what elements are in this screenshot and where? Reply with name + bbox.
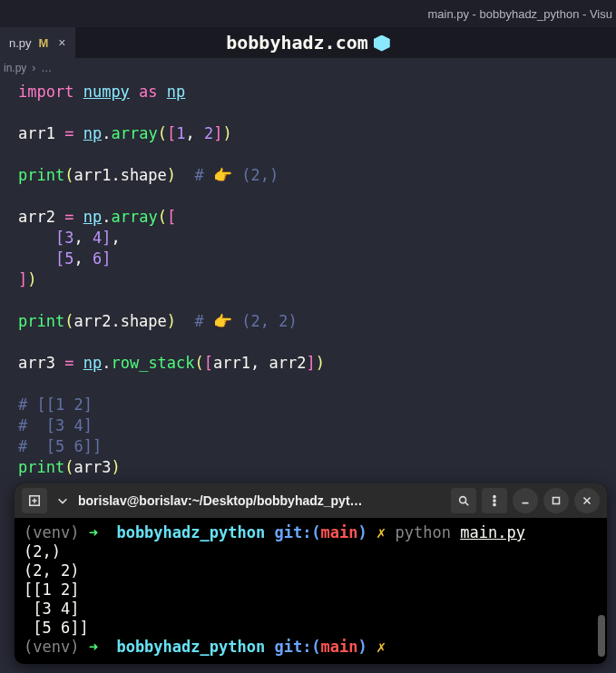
cube-icon: [374, 35, 390, 52]
tab-modified-indicator: M: [39, 36, 49, 50]
keyword-as: as: [139, 83, 157, 101]
prompt-gitc: ): [358, 638, 367, 656]
prompt-dir: bobbyhadz_python: [116, 638, 265, 656]
terminal-output-line: (2, 2): [24, 561, 79, 580]
var-arr1: arr1: [73, 166, 111, 184]
terminal-body[interactable]: (venv) ➜ bobbyhadz_python git:(main) ✗ p…: [15, 518, 607, 664]
maximize-button[interactable]: [543, 488, 569, 513]
bracket: ]: [18, 270, 27, 288]
menu-button[interactable]: [482, 488, 507, 513]
comment-line: # [5 6]]: [18, 437, 102, 455]
close-window-button[interactable]: [574, 488, 600, 513]
code-editor[interactable]: import numpy as np arr1 = np.array([1, 2…: [0, 78, 616, 482]
fn-print: print: [18, 166, 64, 184]
comment-hash: #: [195, 312, 204, 330]
tab-main-py[interactable]: n.py M ×: [0, 27, 75, 58]
svg-point-6: [494, 500, 495, 502]
comment-val: (2, 2): [241, 312, 297, 330]
op-eq: =: [64, 124, 73, 142]
prompt-arrow: ➜: [89, 638, 98, 656]
terminal-output-line: [3 4]: [24, 600, 79, 618]
comma: ,: [73, 229, 83, 247]
comma: ,: [250, 354, 259, 372]
prompt-arrow: ➜: [89, 523, 98, 541]
breadcrumb-dots[interactable]: …: [41, 62, 52, 74]
prompt-dirty: ✗: [376, 523, 386, 541]
window-title: main.py - bobbyhadz_python - Visu: [427, 7, 612, 21]
tab-close-icon[interactable]: ×: [55, 35, 68, 50]
paren: (: [64, 166, 73, 184]
bracket: ]: [102, 249, 111, 268]
prompt-git: git:(: [274, 523, 320, 541]
watermark-text: bobbyhadz.com: [226, 32, 368, 54]
var-arr2: arr2: [73, 312, 111, 330]
prompt-branch: main: [321, 523, 358, 541]
dropdown-icon[interactable]: [54, 488, 71, 513]
bracket: [: [55, 249, 64, 268]
bracket: [: [204, 354, 213, 372]
prompt-gitc: ): [358, 523, 367, 541]
minimize-button[interactable]: [513, 488, 538, 513]
bracket: [: [55, 229, 64, 247]
tab-label: n.py: [9, 36, 32, 50]
prompt-venv: (venv): [24, 523, 79, 541]
scrollbar-thumb[interactable]: [598, 615, 605, 657]
dot: .: [102, 354, 111, 372]
comment-hash: #: [195, 166, 204, 184]
op-eq: =: [64, 208, 73, 226]
num: 6: [93, 249, 102, 268]
bracket: [: [167, 208, 176, 226]
comma: ,: [111, 229, 120, 247]
num: 5: [64, 249, 73, 268]
fn-array: array: [111, 208, 157, 226]
svg-point-7: [494, 503, 495, 505]
attr-shape: shape: [121, 166, 167, 184]
fn-rowstack: row_stack: [111, 354, 194, 372]
paren: ): [222, 124, 231, 142]
svg-line-4: [465, 502, 469, 506]
terminal-output-line: [[1 2]: [24, 580, 79, 599]
terminal-scrollbar[interactable]: [598, 523, 605, 657]
alias-np: np: [167, 83, 185, 101]
num: 4: [93, 229, 102, 247]
comment-line: # [3 4]: [18, 416, 93, 434]
var-arr1: arr1: [18, 124, 55, 142]
var-arr2: arr2: [18, 208, 55, 226]
terminal-output-line: [5 6]]: [24, 619, 89, 637]
var-arr2: arr2: [269, 354, 307, 372]
new-tab-button[interactable]: [22, 488, 47, 513]
cmd-file: main.py: [460, 523, 525, 541]
terminal-output-line: (2,): [24, 542, 61, 561]
paren: ): [316, 354, 325, 372]
ref-np: np: [83, 354, 102, 372]
paren: ): [111, 458, 120, 476]
terminal-header: borislav@borislav:~/Desktop/bobbyhadz_py…: [15, 483, 607, 518]
svg-point-5: [494, 496, 495, 498]
search-button[interactable]: [451, 488, 476, 513]
cmd-python: python: [396, 523, 451, 541]
prompt-dirty: ✗: [376, 638, 386, 656]
paren: (: [64, 312, 73, 330]
num: 2: [204, 124, 213, 142]
fn-print: print: [18, 312, 64, 330]
comma: ,: [185, 124, 194, 142]
breadcrumb-file[interactable]: in.py: [4, 62, 26, 74]
bracket: ]: [102, 229, 111, 247]
comment-val: (2,): [241, 166, 279, 184]
paren: (: [158, 208, 167, 226]
hand-icon: 👉: [213, 312, 232, 330]
prompt-dir: bobbyhadz_python: [116, 523, 265, 541]
window-title-bar: main.py - bobbyhadz_python - Visu: [0, 0, 616, 27]
fn-array: array: [111, 124, 157, 142]
tab-bar: n.py M × bobbyhadz.com: [0, 27, 616, 58]
var-arr1: arr1: [213, 354, 250, 372]
fn-print: print: [18, 458, 64, 476]
dot: .: [102, 208, 111, 226]
svg-point-3: [460, 497, 466, 503]
paren: ): [167, 312, 176, 330]
bracket: ]: [306, 354, 315, 372]
prompt-branch: main: [321, 638, 358, 656]
breadcrumb-separator: ›: [32, 62, 35, 74]
comment-line: # [[1 2]: [18, 395, 93, 414]
keyword-import: import: [18, 83, 73, 101]
